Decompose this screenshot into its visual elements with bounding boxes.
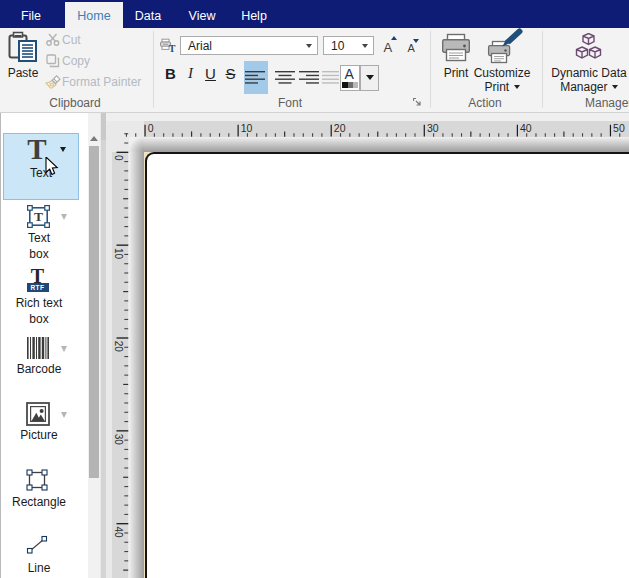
svg-text:0: 0: [148, 122, 154, 133]
svg-text:T: T: [34, 209, 43, 224]
svg-text:0: 0: [113, 155, 124, 161]
svg-text:40: 40: [113, 527, 124, 539]
svg-text:40: 40: [520, 122, 532, 133]
svg-text:20: 20: [113, 341, 124, 353]
svg-text:10: 10: [113, 248, 124, 260]
svg-text:30: 30: [427, 122, 439, 133]
svg-text:20: 20: [334, 122, 346, 133]
svg-text:50: 50: [613, 122, 625, 133]
svg-text:30: 30: [113, 434, 124, 446]
svg-text:10: 10: [241, 122, 253, 133]
svg-text:T: T: [169, 43, 176, 53]
